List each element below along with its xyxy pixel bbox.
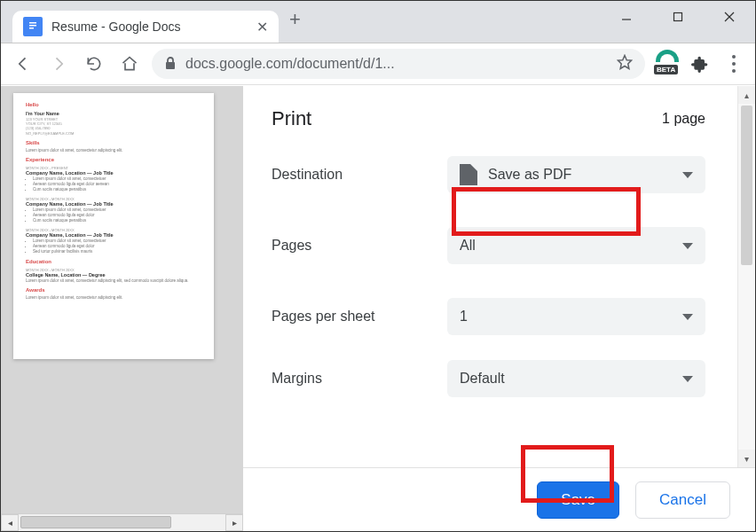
beta-extension-icon[interactable]: BETA	[654, 51, 679, 76]
resume-hello: Hello	[26, 102, 201, 109]
content-area: Hello I'm Your Name 123 YOUR STREET YOUR…	[1, 86, 755, 531]
maximize-button[interactable]	[652, 1, 704, 33]
margins-value: Default	[460, 371, 505, 387]
svg-rect-7	[166, 62, 175, 69]
destination-value: Save as PDF	[488, 167, 571, 183]
scroll-up-arrow[interactable]: ▴	[738, 86, 755, 104]
pages-label: Pages	[272, 238, 447, 254]
pages-select[interactable]: All	[447, 227, 705, 264]
destination-select[interactable]: Save as PDF	[447, 156, 705, 193]
docs-favicon	[23, 17, 43, 36]
cancel-button[interactable]: Cancel	[635, 481, 730, 519]
address-bar[interactable]: docs.google.com/document/d/1...	[152, 49, 645, 79]
close-tab-icon[interactable]: ✕	[256, 19, 268, 35]
chevron-down-icon	[682, 172, 693, 178]
svg-rect-0	[29, 22, 36, 24]
chevron-down-icon	[682, 243, 693, 249]
scroll-left-arrow[interactable]: ◂	[1, 514, 19, 531]
browser-tab[interactable]: Resume - Google Docs ✕	[12, 11, 279, 43]
pdf-document-icon	[460, 164, 477, 185]
chevron-down-icon	[682, 376, 693, 382]
url-text: docs.google.com/document/d/1...	[185, 56, 608, 72]
resume-skills-header: Skills	[26, 140, 201, 147]
resume-experience-header: Experience	[26, 157, 201, 164]
margins-select[interactable]: Default	[447, 360, 705, 397]
svg-rect-2	[29, 27, 34, 29]
lock-icon	[164, 56, 177, 73]
destination-label: Destination	[272, 167, 447, 183]
save-button[interactable]: Save	[537, 481, 619, 519]
tab-title: Resume - Google Docs	[51, 20, 249, 34]
print-settings-pane: Print 1 page Destination Save as PDF Pag…	[243, 86, 755, 531]
preview-horizontal-scrollbar[interactable]: ◂ ▸	[1, 513, 243, 531]
svg-rect-4	[674, 13, 682, 21]
print-dialog-footer: Save Cancel	[243, 467, 755, 531]
resume-name: I'm Your Name	[26, 111, 201, 117]
svg-rect-1	[29, 25, 36, 27]
forward-button[interactable]	[45, 51, 72, 77]
pages-per-sheet-label: Pages per sheet	[272, 309, 447, 325]
browser-titlebar: Resume - Google Docs ✕ +	[1, 1, 755, 43]
resume-awards-header: Awards	[26, 287, 201, 294]
pages-per-sheet-value: 1	[460, 309, 468, 325]
reload-button[interactable]	[81, 51, 107, 77]
print-title: Print	[272, 107, 311, 130]
back-button[interactable]	[10, 51, 36, 77]
bookmark-star-icon[interactable]	[617, 54, 633, 74]
chrome-menu-button[interactable]	[721, 55, 746, 73]
pages-value: All	[460, 238, 476, 254]
window-controls	[601, 1, 755, 33]
preview-page-thumbnail[interactable]: Hello I'm Your Name 123 YOUR STREET YOUR…	[13, 93, 214, 359]
extensions-icon[interactable]	[688, 51, 713, 76]
close-window-button[interactable]	[704, 1, 755, 33]
scrollbar-thumb[interactable]	[20, 516, 171, 528]
home-button[interactable]	[116, 51, 143, 77]
scroll-right-arrow[interactable]: ▸	[225, 514, 243, 531]
margins-label: Margins	[272, 371, 447, 387]
page-count: 1 page	[662, 111, 705, 127]
minimize-button[interactable]	[601, 1, 652, 33]
resume-education-header: Education	[26, 259, 201, 266]
browser-toolbar: docs.google.com/document/d/1... BETA	[1, 43, 755, 85]
settings-vertical-scrollbar[interactable]: ▴ ▾	[737, 86, 755, 467]
chevron-down-icon	[682, 314, 693, 320]
print-preview-pane: Hello I'm Your Name 123 YOUR STREET YOUR…	[1, 86, 243, 531]
svg-marker-8	[618, 56, 632, 69]
scrollbar-thumb[interactable]	[741, 106, 752, 265]
pages-per-sheet-select[interactable]: 1	[447, 298, 705, 335]
scroll-down-arrow[interactable]: ▾	[738, 450, 755, 467]
new-tab-button[interactable]: +	[289, 8, 301, 31]
